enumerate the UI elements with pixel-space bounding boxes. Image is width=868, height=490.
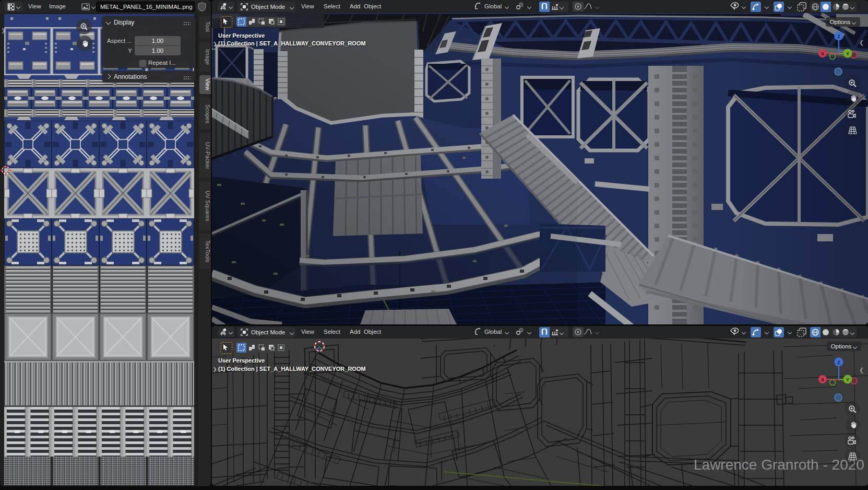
svg-text:X: X <box>821 51 824 56</box>
svg-text:X: X <box>821 377 824 382</box>
svg-text:Z: Z <box>837 360 840 365</box>
svg-text:Z: Z <box>837 34 840 39</box>
svg-text:Y: Y <box>846 51 849 56</box>
svg-text:Y: Y <box>846 377 849 382</box>
